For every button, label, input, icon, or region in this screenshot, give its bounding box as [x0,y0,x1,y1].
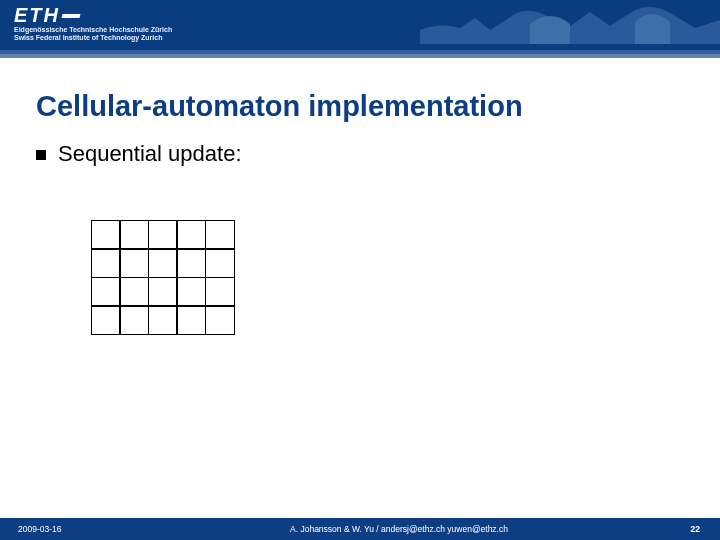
grid-cell [91,305,121,335]
grid-row [92,221,242,250]
slide-footer: 2009-03-16 A. Johansson & W. Yu / anders… [0,518,720,540]
grid-cell [91,248,121,278]
grid-cell [176,305,206,335]
grid-cell [148,305,178,335]
grid-cell [205,305,235,335]
slide-header: E T H Eidgenössische Technische Hochschu… [0,0,720,72]
grid-row [92,307,242,336]
grid-cell [176,220,206,250]
grid-cell [148,220,178,250]
institution-subtitle: Eidgenössische Technische Hochschule Zür… [14,26,172,42]
grid-cell [91,220,121,250]
footer-date: 2009-03-16 [0,524,158,534]
slide-title: Cellular-automaton implementation [36,90,720,123]
grid-cell [91,277,121,307]
institution-line2: Swiss Federal Institute of Technology Zu… [14,34,172,42]
footer-page-number: 22 [640,524,720,534]
grid-cell [119,248,149,278]
grid-cell [148,248,178,278]
header-blue-bar: E T H Eidgenössische Technische Hochschu… [0,0,720,44]
grid-cell [148,277,178,307]
footer-authors: A. Johansson & W. Yu / andersj@ethz.ch y… [158,524,640,534]
grid-row [92,278,242,307]
institution-line1: Eidgenössische Technische Hochschule Zür… [14,26,172,34]
grid-cell [119,305,149,335]
grid-cell [176,277,206,307]
campus-skyline-icon [420,0,720,44]
slide-body: Sequential update: [36,141,720,341]
grid-cell [205,277,235,307]
header-gradient-strip [0,44,720,72]
logo-bar-icon [61,14,80,18]
grid-cell [176,248,206,278]
grid-cell [119,220,149,250]
bullet-item: Sequential update: [36,141,720,167]
square-bullet-icon [36,150,46,160]
grid-cell [119,277,149,307]
grid-row [92,250,242,279]
grid-cell [205,248,235,278]
automaton-grid-diagram [92,221,242,341]
bullet-text: Sequential update: [58,141,242,167]
grid-cell [205,220,235,250]
eth-logo: E T H [14,4,80,27]
